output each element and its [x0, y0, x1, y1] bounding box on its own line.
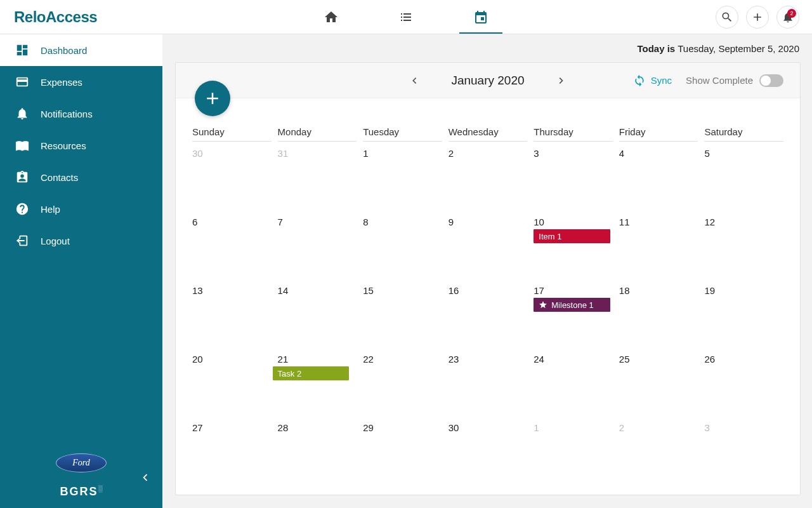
- bgrs-logo: BGRS░: [0, 485, 162, 498]
- day-headers: SundayMondayTuesdayWednesdayThursdayFrid…: [192, 126, 783, 142]
- sidebar-item-expenses[interactable]: Expenses: [0, 66, 162, 98]
- event-task2[interactable]: Task 2: [273, 366, 350, 380]
- calendar-day[interactable]: 2: [449, 145, 528, 214]
- calendar-day[interactable]: 8: [363, 214, 442, 283]
- search-button[interactable]: [716, 6, 738, 29]
- calendar-day[interactable]: 17: [534, 283, 613, 351]
- chevron-left-icon[interactable]: [408, 74, 421, 87]
- calendar-day[interactable]: 23: [449, 351, 528, 420]
- day-header: Thursday: [534, 126, 613, 142]
- sidebar-item-resources[interactable]: Resources: [0, 130, 162, 161]
- calendar-day[interactable]: 26: [704, 351, 783, 420]
- calendar-day[interactable]: 25: [619, 351, 698, 420]
- calendar-day[interactable]: 11: [619, 214, 698, 283]
- calendar-day[interactable]: 28: [278, 420, 357, 488]
- calendar-day[interactable]: 9: [449, 214, 528, 283]
- sidebar-label: Help: [41, 204, 60, 215]
- calendar-day[interactable]: 10: [534, 214, 613, 283]
- top-right-actions: 2: [716, 6, 799, 29]
- app-logo: ReloAccess: [14, 8, 97, 26]
- today-prefix: Today is: [637, 43, 675, 54]
- calendar-day[interactable]: 7: [278, 214, 357, 283]
- calendar-day[interactable]: 1: [363, 145, 442, 214]
- day-header: Sunday: [192, 126, 272, 142]
- calendar-day[interactable]: 13: [192, 283, 272, 351]
- nav-list[interactable]: [391, 0, 421, 34]
- calendar-day[interactable]: 18: [619, 283, 698, 351]
- notification-badge: 2: [787, 9, 796, 18]
- nav-calendar[interactable]: [466, 0, 496, 34]
- sidebar-item-dashboard[interactable]: Dashboard: [0, 34, 162, 66]
- help-icon: [15, 202, 29, 216]
- top-bar: ReloAccess 2: [0, 0, 812, 34]
- calendar-day[interactable]: 24: [534, 351, 613, 420]
- calendar-day[interactable]: 20: [192, 351, 272, 420]
- sidebar-collapse-button[interactable]: [138, 471, 152, 487]
- calendar-day[interactable]: 19: [704, 283, 783, 351]
- calendar-day[interactable]: 2: [619, 420, 698, 488]
- calendar-day[interactable]: 16: [449, 283, 528, 351]
- calendar-day[interactable]: 21: [278, 351, 357, 420]
- sidebar-label: Logout: [41, 236, 70, 246]
- calendar-day[interactable]: 14: [278, 283, 357, 351]
- ford-logo: Ford: [56, 453, 107, 472]
- chevron-right-icon[interactable]: [555, 74, 568, 87]
- day-header: Saturday: [704, 126, 783, 142]
- plus-icon: [751, 11, 764, 23]
- calendar-day[interactable]: 22: [363, 351, 442, 420]
- calendar-day[interactable]: 12: [704, 214, 783, 283]
- calendar-day[interactable]: 6: [192, 214, 272, 283]
- event-milestone1[interactable]: Milestone 1: [534, 298, 610, 312]
- day-header: Friday: [619, 126, 698, 142]
- calendar-day[interactable]: 29: [363, 420, 442, 488]
- add-button[interactable]: [746, 6, 769, 29]
- top-nav: [316, 0, 496, 34]
- calendar-day[interactable]: 4: [619, 145, 698, 214]
- card-icon: [15, 75, 29, 89]
- sync-label: Sync: [651, 75, 672, 86]
- dashboard-icon: [15, 43, 29, 57]
- month-title: January 2020: [451, 74, 524, 88]
- bell-icon: [15, 107, 29, 121]
- clipboard-icon: [15, 170, 29, 184]
- today-date: Tuesday, September 5, 2020: [678, 43, 799, 54]
- calendar-day[interactable]: 5: [704, 145, 783, 214]
- calendar-day[interactable]: 30: [192, 145, 272, 214]
- sidebar: Dashboard Expenses Notifications Resourc…: [0, 34, 162, 508]
- list-icon: [398, 10, 414, 25]
- sidebar-label: Contacts: [41, 172, 78, 183]
- notifications-button[interactable]: 2: [776, 6, 799, 29]
- sidebar-label: Resources: [41, 140, 86, 151]
- calendar-day[interactable]: 30: [449, 420, 528, 488]
- calendar-week: 27282930123: [192, 420, 783, 488]
- sidebar-footer: Ford BGRS░: [0, 453, 162, 498]
- add-event-fab[interactable]: [195, 81, 230, 116]
- sidebar-item-logout[interactable]: Logout: [0, 225, 162, 257]
- logout-icon: [15, 234, 29, 248]
- sync-icon: [633, 74, 646, 87]
- nav-home[interactable]: [316, 0, 346, 34]
- plus-icon: [203, 89, 222, 108]
- sidebar-item-notifications[interactable]: Notifications: [0, 98, 162, 130]
- month-nav: January 2020: [408, 74, 567, 88]
- calendar-header: January 2020 Sync Show Complete: [176, 63, 800, 98]
- sidebar-item-contacts[interactable]: Contacts: [0, 161, 162, 193]
- event-item1[interactable]: Item 1: [534, 229, 610, 243]
- calendar-day[interactable]: 1: [534, 420, 613, 488]
- sync-button[interactable]: Sync: [633, 74, 672, 87]
- home-icon: [324, 10, 339, 25]
- calendar-icon: [473, 10, 488, 25]
- weeks: 3031123456789101112Item 113141516171819M…: [192, 145, 783, 488]
- calendar-week: 13141516171819Milestone 1: [192, 283, 783, 351]
- calendar-day[interactable]: 3: [534, 145, 613, 214]
- day-header: Wednesday: [449, 126, 528, 142]
- calendar-day[interactable]: 31: [278, 145, 357, 214]
- show-complete-toggle[interactable]: [759, 74, 783, 87]
- calendar-day[interactable]: 3: [704, 420, 783, 488]
- sidebar-label: Dashboard: [41, 45, 87, 56]
- book-icon: [15, 138, 29, 152]
- calendar-day[interactable]: 27: [192, 420, 272, 488]
- sidebar-item-help[interactable]: Help: [0, 193, 162, 225]
- calendar-day[interactable]: 15: [363, 283, 442, 351]
- calendar-week: 303112345: [192, 145, 783, 214]
